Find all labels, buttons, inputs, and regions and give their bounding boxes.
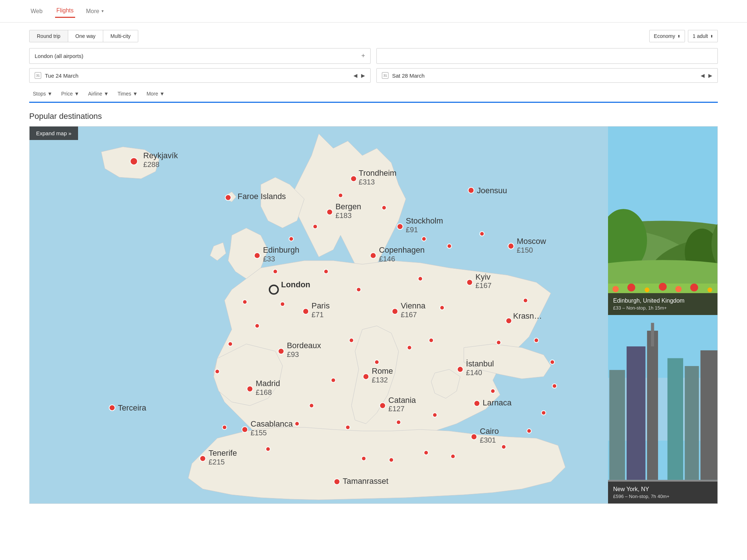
city-dot-larnaca[interactable] (474, 401, 480, 407)
svg-point-63 (382, 206, 386, 210)
svg-point-78 (502, 445, 506, 449)
depart-next-button[interactable]: ▶ (361, 73, 365, 78)
one-way-button[interactable]: One way (68, 30, 103, 42)
svg-text:£127: £127 (388, 405, 405, 413)
return-prev-button[interactable]: ◀ (701, 73, 705, 78)
city-dot-krasnodar[interactable] (506, 318, 512, 324)
city-dot-faroe[interactable] (225, 195, 231, 201)
map-svg: Reykjavík £288 Faroe Islands Trondheim £… (30, 127, 608, 503)
return-next-button[interactable]: ▶ (708, 73, 712, 78)
nav-more[interactable]: More ▼ (86, 8, 104, 15)
city-dot-bordeaux[interactable] (278, 348, 284, 354)
return-date-label: Sat 28 March (392, 73, 425, 79)
airline-filter[interactable]: Airline ▼ (84, 89, 112, 99)
svg-point-105 (708, 288, 712, 292)
svg-text:Bordeaux: Bordeaux (287, 341, 321, 350)
svg-text:London: London (281, 280, 310, 289)
more-filter-chevron-icon: ▼ (160, 91, 165, 97)
svg-point-73 (266, 447, 270, 451)
multi-city-button[interactable]: Multi-city (103, 30, 138, 42)
airport-input-row: London (all airports) + (29, 48, 718, 64)
svg-text:£146: £146 (379, 255, 395, 263)
city-dot-terceira[interactable] (109, 405, 115, 411)
more-filter[interactable]: More ▼ (143, 89, 169, 99)
stops-label: Stops (33, 91, 46, 97)
svg-text:Tenerife: Tenerife (209, 448, 237, 458)
depart-prev-button[interactable]: ◀ (353, 73, 357, 78)
city-dot-catania[interactable] (380, 403, 386, 409)
right-selects: Economy ⬍ 1 adult ⬍ (649, 30, 718, 42)
trip-type-row: Round trip One way Multi-city Economy ⬍ … (29, 30, 718, 42)
airline-chevron-icon: ▼ (104, 91, 109, 97)
city-dot-tenerife[interactable] (200, 456, 206, 462)
svg-text:£167: £167 (475, 281, 491, 289)
city-dot-cairo[interactable] (471, 434, 477, 440)
svg-rect-114 (609, 370, 625, 480)
svg-point-64 (338, 193, 343, 198)
expand-map-button[interactable]: Expand map » (30, 127, 78, 140)
city-dot-reykjavik[interactable] (130, 158, 138, 165)
svg-text:Madrid: Madrid (256, 379, 280, 388)
city-dot-madrid[interactable] (247, 386, 253, 392)
svg-point-44 (280, 302, 285, 306)
times-filter[interactable]: Times ▼ (114, 89, 141, 99)
city-dot-paris[interactable] (303, 308, 309, 314)
svg-text:£150: £150 (517, 246, 533, 254)
city-dot-casablanca[interactable] (242, 427, 248, 432)
depart-date-input[interactable]: 31 Tue 24 March ◀ ▶ (29, 68, 371, 83)
svg-rect-117 (651, 323, 654, 346)
city-dot-rome[interactable] (363, 374, 369, 380)
city-dot-istanbul[interactable] (457, 366, 463, 372)
stops-filter[interactable]: Stops ▼ (29, 89, 56, 99)
return-date-input[interactable]: 31 Sat 28 March ◀ ▶ (376, 68, 718, 83)
dest-card-newyork[interactable]: New York, NY £596 – Non-stop, 7h 40m+ (608, 315, 717, 503)
main-content: Round trip One way Multi-city Economy ⬍ … (0, 23, 747, 511)
origin-input[interactable]: London (all airports) + (29, 48, 371, 64)
city-dot-bergen[interactable] (327, 209, 333, 215)
svg-point-57 (396, 420, 401, 424)
svg-text:£155: £155 (251, 429, 267, 437)
nav-web[interactable]: Web (29, 5, 44, 18)
city-dot-joensuu[interactable] (468, 187, 474, 193)
passengers-select[interactable]: 1 adult ⬍ (688, 30, 718, 42)
svg-rect-116 (647, 331, 658, 480)
city-dot-kyiv[interactable] (467, 280, 473, 285)
filter-row: Stops ▼ Price ▼ Airline ▼ Times ▼ More ▼ (29, 89, 718, 103)
city-dot-stockholm[interactable] (397, 223, 403, 229)
price-chevron-icon: ▼ (74, 91, 80, 97)
svg-text:£71: £71 (311, 311, 324, 319)
svg-point-68 (243, 300, 247, 304)
svg-text:Bergen: Bergen (336, 202, 361, 211)
svg-point-62 (422, 237, 426, 241)
svg-text:Paris: Paris (311, 301, 330, 310)
city-dot-edinburgh[interactable] (254, 253, 260, 258)
svg-text:Vienna: Vienna (401, 301, 426, 310)
svg-rect-119 (685, 366, 699, 480)
calendar-icon-depart: 31 (35, 72, 41, 79)
nav-flights[interactable]: Flights (55, 4, 75, 18)
round-trip-button[interactable]: Round trip (30, 30, 68, 42)
svg-text:£33: £33 (263, 255, 275, 263)
city-dot-trondheim[interactable] (351, 176, 356, 182)
svg-point-56 (346, 425, 350, 429)
city-dot-moscow[interactable] (508, 243, 514, 249)
svg-text:Terceira: Terceira (118, 403, 147, 412)
svg-point-53 (331, 378, 336, 382)
city-dot-copenhagen[interactable] (370, 253, 376, 258)
city-dot-vienna[interactable] (392, 308, 398, 314)
svg-text:İstanbul: İstanbul (466, 359, 494, 368)
city-dot-tamanrasset[interactable] (334, 479, 340, 485)
svg-text:£288: £288 (143, 160, 159, 168)
svg-point-84 (523, 298, 528, 303)
cabin-class-select[interactable]: Economy ⬍ (649, 30, 685, 42)
destination-input[interactable] (376, 48, 718, 64)
svg-rect-118 (667, 358, 683, 480)
price-filter[interactable]: Price ▼ (58, 89, 83, 99)
svg-text:£168: £168 (256, 388, 272, 396)
svg-text:Trondheim: Trondheim (359, 168, 396, 178)
edinburgh-overlay: Edinburgh, United Kingdom £33 – Non-stop… (608, 293, 717, 315)
dest-card-edinburgh[interactable]: Edinburgh, United Kingdom £33 – Non-stop… (608, 127, 717, 315)
svg-text:Krasn…: Krasn… (513, 311, 542, 320)
airline-label: Airline (88, 91, 102, 97)
svg-point-99 (612, 286, 619, 292)
